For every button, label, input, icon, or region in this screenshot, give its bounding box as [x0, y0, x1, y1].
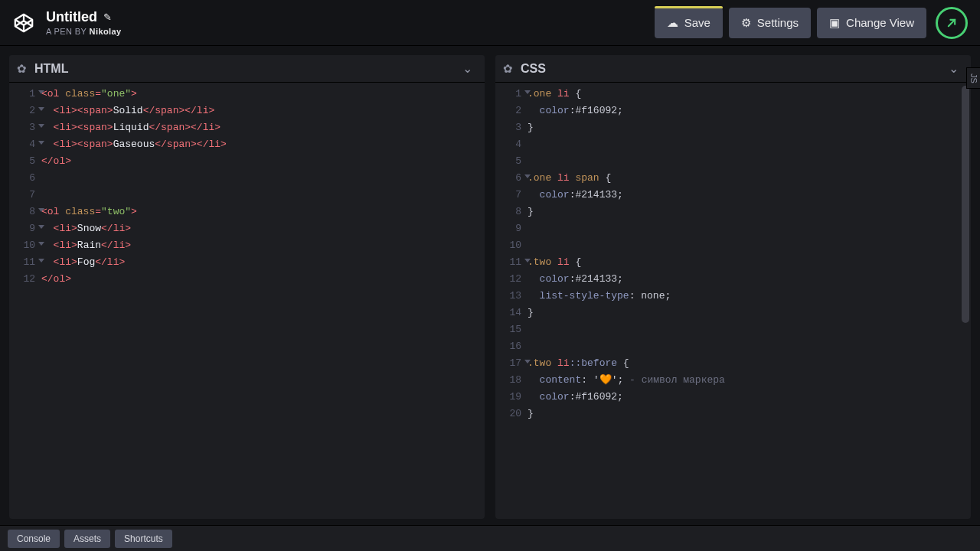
css-editor[interactable]: 1.one li {2 color:#f16092;3}4 5 6.one li…	[495, 83, 971, 519]
code-content[interactable]: <li><span>Gaseous</span></li>	[41, 136, 485, 153]
user-avatar[interactable]	[936, 7, 968, 39]
code-content[interactable]: <li>Rain</li>	[41, 237, 485, 254]
code-line[interactable]: 19 color:#f16092;	[495, 389, 971, 406]
code-content[interactable]	[41, 170, 485, 187]
scrollbar-thumb[interactable]	[962, 86, 969, 323]
code-line[interactable]: 6	[9, 170, 485, 187]
shortcuts-button[interactable]: Shortcuts	[115, 530, 172, 548]
code-content[interactable]: <li><span>Solid</span></li>	[41, 103, 485, 119]
edit-title-icon[interactable]: ✎	[103, 11, 112, 23]
code-content[interactable]: color:#214133;	[528, 187, 971, 204]
codepen-logo-icon[interactable]	[12, 11, 35, 34]
line-number: 16	[495, 338, 528, 355]
code-line[interactable]: 1.one li {	[495, 86, 971, 103]
code-line[interactable]: 9	[495, 220, 971, 237]
code-line[interactable]: 16	[495, 338, 971, 355]
code-line[interactable]: 18 content: '🧡'; - символ маркера	[495, 372, 971, 389]
fold-indicator-icon[interactable]	[524, 90, 531, 94]
code-content[interactable]: list-style-type: none;	[528, 288, 971, 305]
line-number: 10	[9, 237, 41, 254]
code-line[interactable]: 12 color:#214133;	[495, 271, 971, 288]
fold-indicator-icon[interactable]	[38, 107, 44, 111]
code-line[interactable]: 1<ol class="one">	[9, 86, 485, 103]
code-content[interactable]: .one li {	[528, 86, 971, 103]
fold-indicator-icon[interactable]	[524, 360, 531, 364]
code-content[interactable]: color:#214133;	[528, 271, 971, 288]
code-content[interactable]: }	[528, 305, 971, 321]
code-line[interactable]: 10	[495, 237, 971, 254]
code-content[interactable]: </ol>	[41, 153, 485, 170]
panel-js-collapsed[interactable]: JS	[966, 67, 980, 89]
code-line[interactable]: 3}	[495, 119, 971, 136]
html-editor[interactable]: 1<ol class="one">2 <li><span>Solid</span…	[9, 83, 485, 519]
code-line[interactable]: 13 list-style-type: none;	[495, 288, 971, 305]
fold-indicator-icon[interactable]	[38, 141, 44, 145]
code-content[interactable]: <li><span>Liquid</span></li>	[41, 119, 485, 136]
code-content[interactable]	[528, 220, 971, 237]
fold-indicator-icon[interactable]	[38, 259, 44, 262]
code-line[interactable]: 4	[495, 136, 971, 153]
code-content[interactable]: .two li::before {	[528, 355, 971, 372]
settings-button[interactable]: ⚙ Settings	[729, 8, 811, 38]
code-content[interactable]: <ol class="one">	[41, 86, 485, 103]
code-content[interactable]	[528, 237, 971, 254]
code-line[interactable]: 11 <li>Fog</li>	[9, 254, 485, 271]
fold-indicator-icon[interactable]	[524, 259, 531, 262]
code-content[interactable]: color:#f16092;	[528, 103, 971, 119]
fold-indicator-icon[interactable]	[38, 90, 44, 94]
code-content[interactable]: }	[528, 204, 971, 220]
code-line[interactable]: 2 color:#f16092;	[495, 103, 971, 119]
code-line[interactable]: 14}	[495, 305, 971, 321]
code-line[interactable]: 7 color:#214133;	[495, 187, 971, 204]
code-line[interactable]: 8<ol class="two">	[9, 204, 485, 220]
code-line[interactable]: 4 <li><span>Gaseous</span></li>	[9, 136, 485, 153]
code-content[interactable]: color:#f16092;	[528, 389, 971, 406]
code-line[interactable]: 20}	[495, 406, 971, 422]
change-view-button[interactable]: ▣ Change View	[817, 8, 926, 38]
assets-button[interactable]: Assets	[64, 530, 110, 548]
code-line[interactable]: 7	[9, 187, 485, 204]
line-number: 11	[9, 254, 41, 271]
code-content[interactable]	[528, 338, 971, 355]
code-content[interactable]: <li>Snow</li>	[41, 220, 485, 237]
code-line[interactable]: 8}	[495, 204, 971, 220]
code-line[interactable]: 5</ol>	[9, 153, 485, 170]
line-number: 14	[495, 305, 528, 321]
chevron-down-icon[interactable]: ⌄	[943, 59, 963, 79]
code-content[interactable]	[528, 136, 971, 153]
editor-panels: ✿ HTML ⌄ 1<ol class="one">2 <li><span>So…	[0, 46, 980, 525]
gear-icon[interactable]: ✿	[503, 62, 513, 76]
code-content[interactable]: .one li span {	[528, 170, 971, 187]
code-content[interactable]	[41, 187, 485, 204]
chevron-down-icon[interactable]: ⌄	[457, 59, 477, 79]
code-content[interactable]: }	[528, 119, 971, 136]
save-button[interactable]: ☁ Save	[655, 8, 723, 38]
code-line[interactable]: 17.two li::before {	[495, 355, 971, 372]
code-content[interactable]: .two li {	[528, 254, 971, 271]
code-line[interactable]: 15	[495, 321, 971, 338]
console-button[interactable]: Console	[8, 530, 60, 548]
code-line[interactable]: 11.two li {	[495, 254, 971, 271]
code-content[interactable]: }	[528, 406, 971, 422]
fold-indicator-icon[interactable]	[524, 174, 531, 178]
code-content[interactable]	[528, 321, 971, 338]
fold-indicator-icon[interactable]	[38, 242, 44, 246]
author-link[interactable]: Nikolay	[90, 27, 122, 36]
fold-indicator-icon[interactable]	[38, 124, 44, 128]
code-content[interactable]	[528, 153, 971, 170]
code-line[interactable]: 3 <li><span>Liquid</span></li>	[9, 119, 485, 136]
code-line[interactable]: 9 <li>Snow</li>	[9, 220, 485, 237]
code-content[interactable]: </ol>	[41, 271, 485, 288]
code-content[interactable]: content: '🧡'; - символ маркера	[528, 372, 971, 389]
code-line[interactable]: 5	[495, 153, 971, 170]
code-line[interactable]: 12</ol>	[9, 271, 485, 288]
code-content[interactable]: <ol class="two">	[41, 204, 485, 220]
code-content[interactable]: <li>Fog</li>	[41, 254, 485, 271]
code-line[interactable]: 6.one li span {	[495, 170, 971, 187]
fold-indicator-icon[interactable]	[38, 225, 44, 229]
code-line[interactable]: 2 <li><span>Solid</span></li>	[9, 103, 485, 119]
fold-indicator-icon[interactable]	[38, 208, 44, 212]
code-line[interactable]: 10 <li>Rain</li>	[9, 237, 485, 254]
line-number: 7	[495, 187, 528, 204]
gear-icon[interactable]: ✿	[17, 62, 27, 76]
